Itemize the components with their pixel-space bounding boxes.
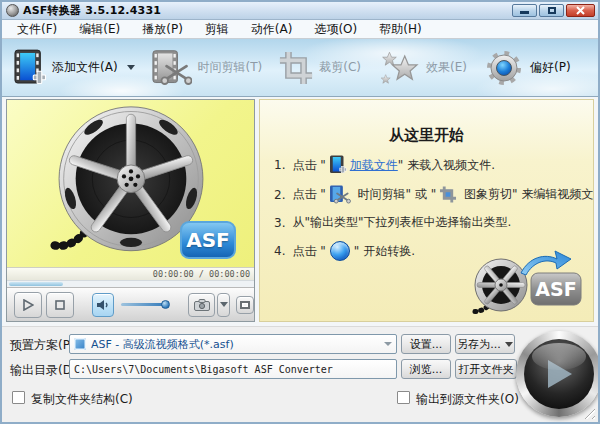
menu-clip[interactable]: 剪辑 (194, 20, 240, 38)
crop-label: 裁剪(C) (319, 59, 361, 76)
preset-row: 预置方案(P): ASF - 高级流视频格式(*.asf) 设置... 另存为.… (2, 334, 598, 354)
app-logo: ASF (469, 249, 587, 319)
step-text: 图象剪切" 来编辑视频文件. (460, 186, 594, 203)
guide-step-3: 3. 从"输出类型"下拉列表框中选择输出类型. (274, 214, 587, 231)
chevron-down-icon (220, 302, 228, 307)
crop-button[interactable]: 裁剪(C) (279, 51, 361, 85)
camera-icon (194, 299, 210, 311)
close-icon (576, 6, 585, 15)
effects-icon (378, 48, 420, 88)
step-text: 点击 " (292, 157, 325, 174)
open-folder-button[interactable]: 打开文件夹 (455, 359, 517, 379)
minimize-button[interactable] (512, 4, 537, 17)
maximize-button[interactable] (539, 4, 564, 17)
output-panel: 预置方案(P): ASF - 高级流视频格式(*.asf) 设置... 另存为.… (2, 326, 598, 424)
output-to-source-checkbox[interactable] (397, 391, 410, 404)
step-text: 时间剪辑" 或 " (354, 186, 436, 203)
asf-format-badge: ASF (180, 221, 236, 259)
playback-controls (7, 287, 254, 321)
chevron-down-icon (127, 65, 135, 70)
load-file-link[interactable]: 加载文件 (350, 157, 398, 174)
maximize-icon (548, 7, 556, 14)
step-number: 2. (274, 188, 285, 202)
time-display: 00:00:00 / 00:00:00 (153, 269, 250, 279)
step-text: 点击 " (292, 243, 325, 260)
step-text: " 来载入视频文件. (398, 157, 495, 174)
crop-icon (279, 51, 313, 85)
output-dir-value: C:\Users\7\Documents\Bigasoft ASF Conver… (74, 364, 333, 375)
crop-mini-icon (439, 186, 457, 203)
open-folder-button-label: 打开文件夹 (459, 362, 514, 377)
play-icon (22, 299, 34, 311)
title-bar[interactable]: ASF转换器 3.5.12.4331 (2, 2, 598, 20)
close-button[interactable] (566, 4, 595, 17)
start-conversion-button[interactable] (516, 331, 600, 417)
speaker-icon (96, 299, 109, 311)
app-window: ASF转换器 3.5.12.4331 文件(F) 编辑(E) 播放(P) 剪辑 … (0, 0, 600, 424)
effects-label: 效果(E) (426, 59, 467, 76)
volume-slider[interactable] (121, 303, 168, 306)
preferences-button[interactable]: 偏好(P) (484, 48, 571, 88)
fullscreen-button[interactable] (236, 296, 254, 314)
save-as-button-label: 另存为... (457, 337, 501, 352)
copy-structure-checkbox[interactable] (12, 391, 25, 404)
convert-play-icon (542, 356, 576, 392)
chevron-down-icon (384, 342, 392, 346)
convert-core (524, 339, 594, 409)
add-file-mini-icon (329, 155, 347, 175)
window-title: ASF转换器 3.5.12.4331 (23, 3, 161, 18)
step-text: 从"输出类型"下拉列表框中选择输出类型. (292, 214, 511, 231)
minimize-icon (520, 11, 529, 14)
video-preview[interactable]: ASF (7, 100, 254, 267)
guide-panel: 从这里开始 1. 点击 " 加载文件 " 来载入视频文件. 2. 点击 " 时间… (259, 99, 594, 322)
output-dir-row: 输出目录(D): C:\Users\7\Documents\Bigasoft A… (2, 359, 598, 379)
menu-bar: 文件(F) 编辑(E) 播放(P) 剪辑 动作(A) 选项(O) 帮助(H) (2, 20, 598, 39)
guide-step-2: 2. 点击 " 时间剪辑" 或 " 图象剪切" 来编辑视频文件. (274, 185, 587, 204)
toolbar: 添加文件(A) 时间剪辑(T) 裁剪( (2, 39, 598, 97)
menu-play[interactable]: 播放(P) (131, 20, 194, 38)
snapshot-button[interactable] (188, 293, 216, 317)
add-files-label: 添加文件(A) (52, 59, 118, 76)
convert-orb-icon (330, 241, 350, 261)
seek-bar[interactable] (7, 280, 254, 287)
preset-profile-icon (74, 338, 86, 350)
output-dir-input[interactable]: C:\Users\7\Documents\Bigasoft ASF Conver… (69, 359, 397, 379)
window-controls (512, 4, 595, 17)
settings-button-label: 设置... (410, 337, 443, 352)
add-files-button[interactable]: 添加文件(A) (14, 49, 135, 87)
time-clip-label: 时间剪辑(T) (198, 59, 263, 76)
time-clip-button[interactable]: 时间剪辑(T) (152, 49, 263, 87)
copy-structure-label: 复制文件夹结构(C) (31, 391, 133, 408)
preset-combobox[interactable]: ASF - 高级流视频格式(*.asf) (69, 334, 397, 354)
preset-value: ASF - 高级流视频格式(*.asf) (91, 337, 380, 352)
menu-file[interactable]: 文件(F) (6, 20, 68, 38)
time-strip: 00:00:00 / 00:00:00 (7, 267, 254, 280)
fullscreen-icon (240, 301, 250, 309)
settings-button[interactable]: 设置... (401, 334, 451, 354)
main-area: ASF 00:00:00 / 00:00:00 (2, 97, 598, 326)
save-as-button[interactable]: 另存为... (455, 334, 515, 354)
menu-help[interactable]: 帮助(H) (368, 20, 432, 38)
add-file-icon (14, 49, 46, 87)
player-panel: ASF 00:00:00 / 00:00:00 (6, 99, 255, 322)
effects-button[interactable]: 效果(E) (378, 48, 467, 88)
volume-knob[interactable] (161, 300, 170, 309)
stop-icon (55, 300, 65, 310)
step-text: 点击 " (292, 186, 325, 203)
browse-button[interactable]: 浏览... (401, 359, 451, 379)
menu-edit[interactable]: 编辑(E) (68, 20, 131, 38)
checkbox-row: 复制文件夹结构(C) 输出到源文件夹(O) (2, 389, 598, 409)
guide-title: 从这里开始 (260, 126, 593, 145)
menu-options[interactable]: 选项(O) (303, 20, 368, 38)
step-number: 3. (274, 216, 285, 230)
snapshot-dropdown-button[interactable] (217, 293, 230, 317)
stop-button[interactable] (46, 292, 75, 318)
volume-button[interactable] (92, 293, 114, 317)
chevron-down-icon (505, 342, 513, 347)
app-icon (6, 4, 19, 17)
preferences-label: 偏好(P) (530, 59, 571, 76)
menu-action[interactable]: 动作(A) (240, 20, 304, 38)
step-number: 1. (274, 158, 285, 172)
step-number: 4. (274, 244, 285, 258)
play-button[interactable] (14, 292, 42, 318)
